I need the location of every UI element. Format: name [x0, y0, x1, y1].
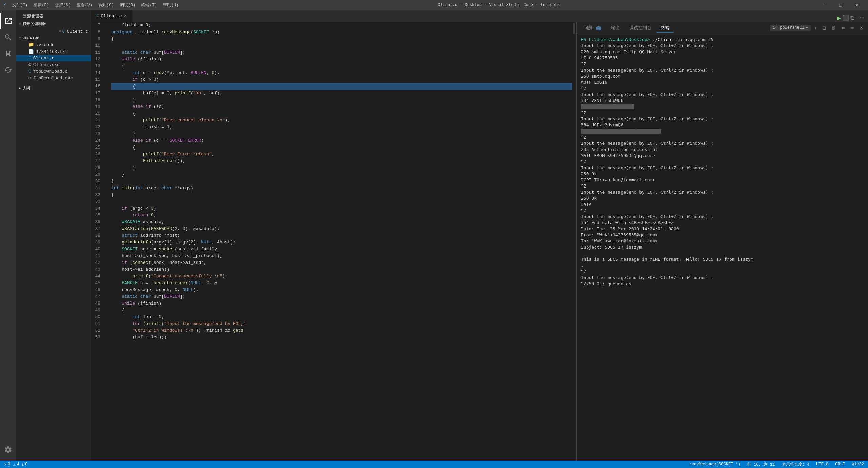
term-line-26: DATA	[581, 201, 864, 208]
status-encoding[interactable]: UTF-8	[815, 462, 830, 467]
desktop-section: ▾ DESKTOP 📁 .vscode 📄 17341163.txt C Cli…	[16, 35, 91, 81]
tab-close-icon[interactable]: ×	[124, 13, 127, 19]
open-editors-header[interactable]: ▾ 打开的编辑器	[16, 20, 91, 28]
stop-button[interactable]: ⬛	[842, 15, 849, 21]
c-icon: C	[28, 56, 31, 61]
editor-scrollbar[interactable]	[572, 22, 576, 461]
activity-search-icon[interactable]	[0, 29, 16, 45]
sidebar-ftpdownloadc-name: ftpDownload.c	[33, 69, 67, 74]
tab-bar: C Client.c × ▶ ⬛ ⧉ ···	[91, 10, 868, 22]
term-line-20: Input the message(end by EOF, Ctrl+Z in …	[581, 165, 864, 171]
terminal-content[interactable]: PS C:\Users\wukan\Desktop> ./Client smtp…	[577, 34, 868, 461]
code-line-30: }	[111, 178, 572, 185]
status-line-col[interactable]: 行 16, 列 11	[746, 462, 776, 467]
main-layout: 资源管理器 ▾ 打开的编辑器 × C Client.c ▾ DESKTOP 📁 …	[0, 10, 868, 461]
sidebar-item-clientexe[interactable]: ⚙ Client.exe	[16, 61, 91, 68]
status-eol[interactable]: CRLF	[834, 462, 846, 467]
trash-terminal-button[interactable]: 🗑	[829, 25, 838, 31]
menu-view[interactable]: 查看(V)	[74, 2, 95, 9]
tab-clientc[interactable]: C Client.c ×	[91, 10, 133, 22]
term-line-19: ^Z	[581, 159, 864, 165]
sidebar: 资源管理器 ▾ 打开的编辑器 × C Client.c ▾ DESKTOP 📁 …	[16, 10, 91, 461]
open-editors-label: 打开的编辑器	[23, 21, 46, 26]
sidebar-item-ftpdownloadexe[interactable]: ⚙ ftpDownload.exe	[16, 75, 91, 81]
term-line-12: ^Z	[581, 110, 864, 116]
menu-file[interactable]: 文件(F)	[9, 2, 31, 9]
panel-actions: 1: powershell ▾ + ⊟ 🗑 ⬅ ➡ ✕	[770, 25, 865, 31]
close-panel-button[interactable]: ✕	[857, 25, 865, 31]
panel-tab-problems[interactable]: 问题 3	[579, 23, 606, 32]
term-line-5: ^Z	[581, 61, 864, 67]
code-content: finish = 0; unsigned __stdcall recvMessa…	[106, 22, 572, 461]
error-count: 0	[8, 462, 10, 467]
code-lines: 7 8 9 10 11 12 13 14 15 16 17 18 19 20	[91, 22, 576, 461]
activity-explorer-icon[interactable]	[0, 13, 16, 29]
terminal-selector[interactable]: 1: powershell ▾	[770, 25, 811, 31]
outline-section: ▸ 大纲	[16, 84, 91, 92]
panel-tab-terminal[interactable]: 终端	[657, 23, 674, 33]
term-line-25: 250 Ok	[581, 195, 864, 201]
code-line-12: while (!finish)	[111, 56, 572, 63]
term-line-35: This is a SDCS message in MIME format. H…	[581, 256, 864, 262]
term-line-16: Input the message(end by EOF, Ctrl+Z in …	[581, 140, 864, 147]
code-line-47: static char buf[BUFLEN];	[111, 293, 572, 300]
menu-debug[interactable]: 调试(D)	[117, 2, 138, 9]
code-editor[interactable]: 7 8 9 10 11 12 13 14 15 16 17 18 19 20	[91, 22, 576, 461]
split-editor-button[interactable]: ⧉	[850, 15, 854, 21]
menu-goto[interactable]: 转到(G)	[96, 2, 117, 9]
encoding-label: UTF-8	[816, 462, 828, 467]
activity-source-control-icon[interactable]	[0, 45, 16, 62]
term-line-28: Input the message(end by EOF, Ctrl+Z in …	[581, 214, 864, 220]
warning-icon: ⚠	[13, 462, 15, 467]
code-line-50: int len = 0;	[111, 314, 572, 320]
code-line-18: }	[111, 97, 572, 103]
menu-selection[interactable]: 选择(S)	[53, 2, 74, 9]
add-terminal-button[interactable]: +	[812, 25, 819, 31]
panel-left-button[interactable]: ⬅	[839, 25, 847, 31]
minimize-button[interactable]: —	[816, 0, 832, 10]
c-icon-2: C	[28, 69, 31, 74]
panel-tab-output[interactable]: 输出	[607, 23, 624, 32]
term-line-27: ^Z	[581, 208, 864, 214]
sidebar-item-txt[interactable]: 📄 17341163.txt	[16, 48, 91, 55]
term-line-36: .	[581, 262, 864, 269]
outline-header[interactable]: ▸ 大纲	[16, 84, 91, 92]
code-line-20: {	[111, 110, 572, 117]
close-button[interactable]: ✕	[849, 0, 865, 10]
menu-terminal[interactable]: 终端(T)	[139, 2, 160, 9]
code-line-17: buf[c] = 0, printf("%s", buf);	[111, 90, 572, 97]
sidebar-item-vscode[interactable]: 📁 .vscode	[16, 41, 91, 48]
code-line-46: recvMessage, &sock, 0, NULL);	[111, 287, 572, 293]
term-line-18: MAIL FROM:<942759535@qq.com>	[581, 153, 864, 159]
panel-tab-debug-console[interactable]: 调试控制台	[625, 23, 655, 32]
desktop-label: DESKTOP	[23, 36, 40, 40]
code-line-45: HANDLE h = _beginthreadex(NULL, 0, &	[111, 280, 572, 287]
info-count: 0	[25, 462, 27, 467]
close-icon[interactable]: ×	[58, 28, 62, 34]
menu-edit[interactable]: 编辑(E)	[31, 2, 52, 9]
status-errors[interactable]: ✕ 0 ⚠ 4 ℹ 0	[3, 462, 29, 467]
panel-right-button[interactable]: ➡	[848, 25, 856, 31]
code-line-33	[111, 198, 572, 205]
desktop-header[interactable]: ▾ DESKTOP	[16, 35, 91, 41]
status-function[interactable]: recvMessage(SOCKET *)	[688, 462, 742, 467]
sidebar-item-ftpdownloadc[interactable]: C ftpDownload.c	[16, 68, 91, 75]
activity-settings-icon[interactable]	[0, 442, 16, 461]
sidebar-item-clientc[interactable]: C Client.c	[16, 55, 91, 61]
sidebar-open-file-client[interactable]: × C Client.c	[16, 28, 91, 35]
split-terminal-button[interactable]: ⊟	[820, 25, 828, 31]
status-length[interactable]: 表示符长度: 4	[781, 462, 811, 467]
code-line-25: {	[111, 144, 572, 151]
maximize-button[interactable]: ❐	[833, 0, 848, 10]
function-label: recvMessage(SOCKET *)	[689, 462, 741, 467]
more-actions-button[interactable]: ···	[855, 15, 865, 21]
activity-bar	[0, 10, 16, 461]
term-line-29: 354 End data with <CR><LF>.<CR><LF>	[581, 220, 864, 226]
term-line-17: 235 Authentication successful	[581, 147, 864, 153]
code-line-15: if (c > 0)	[111, 76, 572, 83]
status-language[interactable]: Win32	[850, 462, 865, 467]
run-button[interactable]: ▶	[837, 14, 841, 22]
info-icon: ℹ	[22, 462, 24, 467]
activity-debug-icon[interactable]	[0, 62, 16, 78]
menu-help[interactable]: 帮助(H)	[160, 2, 181, 9]
